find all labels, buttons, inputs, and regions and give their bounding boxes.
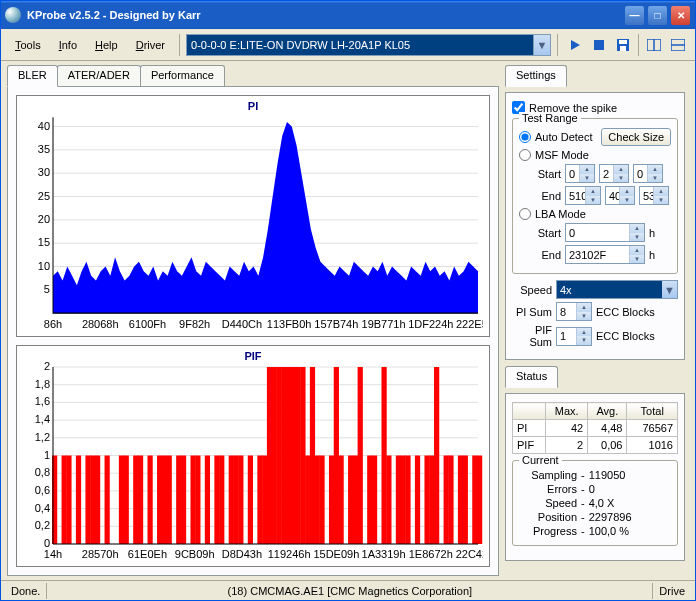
svg-text:86h: 86h (44, 318, 62, 330)
svg-rect-75 (119, 456, 124, 545)
svg-rect-113 (358, 367, 363, 544)
svg-rect-73 (95, 456, 100, 545)
svg-rect-90 (229, 456, 234, 545)
svg-rect-109 (334, 367, 339, 544)
layout2-button[interactable] (667, 34, 689, 56)
app-icon (5, 7, 21, 23)
stats-table: Max.Avg.Total PI424,4876567 PIF20,061016 (512, 402, 678, 454)
svg-rect-118 (396, 456, 401, 545)
svg-rect-76 (124, 456, 129, 545)
drive-selector[interactable]: 0-0-0-0 E:LITE-ON DVDRW LH-20A1P KL05 ▼ (186, 34, 551, 56)
close-button[interactable]: ✕ (670, 5, 691, 26)
svg-rect-104 (305, 456, 310, 545)
svg-text:222E56h: 222E56h (456, 318, 483, 330)
svg-text:19B771h: 19B771h (362, 318, 406, 330)
svg-text:28068h: 28068h (82, 318, 119, 330)
svg-rect-124 (434, 367, 439, 544)
svg-text:1DF224h: 1DF224h (408, 318, 453, 330)
auto-detect-radio[interactable] (519, 131, 531, 143)
svg-text:9F82h: 9F82h (179, 318, 210, 330)
tab-performance[interactable]: Performance (140, 65, 225, 86)
status-bar: Done. (18) CMCMAG.AE1 [CMC Magnetics Cor… (1, 580, 695, 600)
svg-text:30: 30 (38, 166, 50, 178)
drive-value: 0-0-0-0 E:LITE-ON DVDRW LH-20A1P KL05 (191, 39, 410, 51)
svg-marker-0 (571, 40, 580, 50)
svg-rect-103 (300, 367, 305, 544)
svg-rect-93 (248, 456, 253, 545)
svg-rect-122 (424, 456, 429, 545)
svg-text:25: 25 (38, 189, 50, 201)
svg-rect-112 (353, 456, 358, 545)
svg-rect-126 (448, 456, 453, 545)
chevron-down-icon[interactable]: ▼ (533, 35, 550, 55)
tab-status[interactable]: Status (505, 366, 558, 388)
lba-mode-radio[interactable] (519, 208, 531, 220)
layout1-button[interactable] (643, 34, 665, 56)
svg-text:14h: 14h (44, 548, 62, 560)
status-right: Drive (653, 585, 691, 597)
svg-rect-89 (219, 456, 224, 545)
svg-rect-110 (339, 456, 344, 545)
svg-rect-86 (195, 456, 200, 545)
svg-rect-80 (157, 456, 162, 545)
menu-driver[interactable]: Driver (128, 35, 173, 55)
svg-text:1A3319h: 1A3319h (362, 548, 406, 560)
svg-rect-77 (133, 456, 138, 545)
svg-text:1,8: 1,8 (35, 378, 50, 390)
window-title: KProbe v2.5.2 - Designed by Karr (27, 9, 624, 21)
menu-help[interactable]: Help (87, 35, 126, 55)
svg-rect-127 (458, 456, 463, 545)
svg-rect-72 (90, 456, 95, 545)
svg-rect-68 (62, 456, 67, 545)
test-range-legend: Test Range (519, 112, 581, 124)
spinner[interactable]: ▲▼ (579, 165, 594, 182)
svg-text:1: 1 (44, 449, 50, 461)
svg-text:28570h: 28570h (82, 548, 119, 560)
svg-rect-94 (257, 456, 262, 545)
tab-ater[interactable]: ATER/ADER (57, 65, 141, 86)
svg-rect-100 (286, 367, 291, 544)
minimize-button[interactable]: — (624, 5, 645, 26)
svg-text:119246h: 119246h (268, 548, 311, 560)
status-left: Done. (5, 585, 46, 597)
pif-chart: PIF 00,20,40,60,811,21,41,61,8214h28570h… (16, 345, 490, 567)
svg-text:157B74h: 157B74h (314, 318, 358, 330)
play-button[interactable] (564, 34, 586, 56)
svg-text:0,6: 0,6 (35, 484, 50, 496)
svg-text:0,4: 0,4 (35, 502, 50, 514)
pi-chart-title: PI (23, 100, 483, 112)
speed-selector[interactable]: 4x▼ (556, 280, 678, 299)
svg-rect-121 (415, 456, 420, 545)
svg-rect-4 (620, 46, 626, 51)
toolbar: Tools Info Help Driver 0-0-0-0 E:LITE-ON… (1, 29, 695, 61)
tab-settings[interactable]: Settings (505, 65, 567, 87)
tab-bler[interactable]: BLER (7, 65, 58, 87)
msf-mode-radio[interactable] (519, 149, 531, 161)
stop-button[interactable] (588, 34, 610, 56)
check-size-button[interactable]: Check Size (601, 128, 671, 146)
chevron-down-icon[interactable]: ▼ (662, 281, 677, 298)
svg-text:6100Fh: 6100Fh (129, 318, 166, 330)
svg-rect-105 (310, 367, 315, 544)
svg-text:10: 10 (38, 259, 50, 271)
svg-rect-95 (262, 456, 267, 545)
svg-text:D440Ch: D440Ch (222, 318, 262, 330)
svg-rect-84 (181, 456, 186, 545)
svg-rect-96 (267, 367, 272, 544)
menu-info[interactable]: Info (51, 35, 85, 55)
svg-text:0,8: 0,8 (35, 466, 50, 478)
save-button[interactable] (612, 34, 634, 56)
svg-text:40: 40 (38, 119, 50, 131)
maximize-button[interactable]: □ (647, 5, 668, 26)
svg-rect-87 (205, 456, 210, 545)
svg-rect-119 (401, 456, 406, 545)
svg-rect-1 (594, 40, 604, 50)
svg-text:15: 15 (38, 236, 50, 248)
svg-text:1,2: 1,2 (35, 431, 50, 443)
svg-text:5: 5 (44, 283, 50, 295)
menu-tools[interactable]: Tools (7, 35, 49, 55)
svg-text:35: 35 (38, 143, 50, 155)
svg-text:1,6: 1,6 (35, 395, 50, 407)
svg-rect-99 (281, 367, 286, 544)
svg-rect-92 (238, 456, 243, 545)
